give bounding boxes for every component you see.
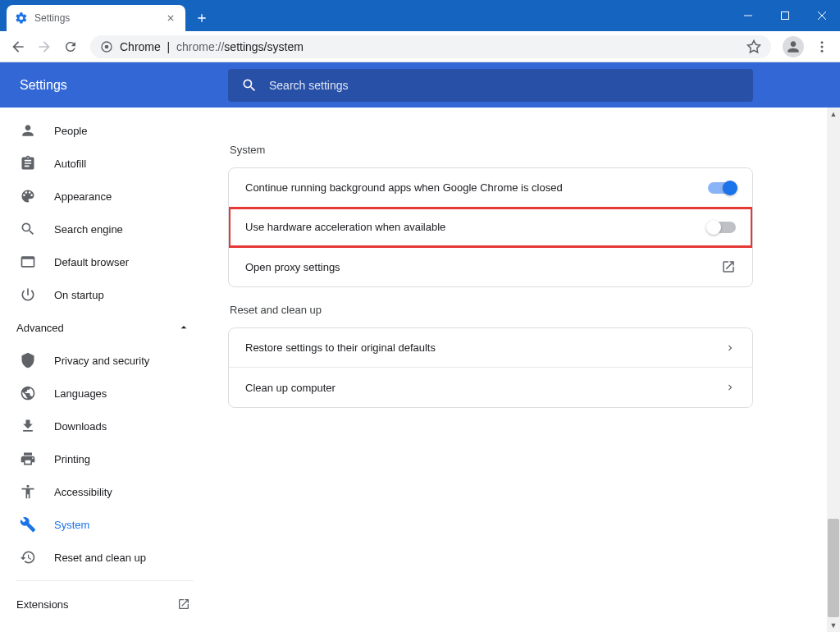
- chevron-up-icon: [177, 321, 190, 334]
- setting-label: Continue running background apps when Go…: [245, 181, 563, 194]
- sidebar-item-label: Appearance: [54, 190, 112, 203]
- accessibility-icon: [20, 483, 36, 500]
- download-icon: [20, 418, 36, 434]
- sidebar-item-people[interactable]: People: [0, 114, 210, 147]
- open-external-icon: [177, 598, 190, 611]
- settings-sidebar: People Autofill Appearance Search engine…: [0, 62, 210, 632]
- minimize-button[interactable]: [729, 0, 766, 31]
- window-titlebar: Settings: [0, 0, 840, 31]
- forward-button[interactable]: [33, 35, 56, 58]
- sidebar-item-accessibility[interactable]: Accessibility: [0, 475, 210, 508]
- sidebar-item-label: Reset and clean up: [54, 552, 146, 564]
- sidebar-item-label: People: [54, 125, 87, 137]
- chevron-right-icon: [724, 342, 736, 354]
- profile-avatar[interactable]: [783, 36, 804, 57]
- sidebar-item-search-engine[interactable]: Search engine: [0, 213, 210, 245]
- search-settings-input[interactable]: [269, 79, 740, 92]
- setting-label: Restore settings to their original defau…: [245, 341, 436, 354]
- section-title-system: System: [230, 144, 753, 156]
- sidebar-item-label: Privacy and security: [54, 355, 149, 367]
- sidebar-item-appearance[interactable]: Appearance: [0, 180, 210, 213]
- setting-label: Open proxy settings: [245, 261, 340, 273]
- reload-button[interactable]: [59, 35, 82, 58]
- reset-card: Restore settings to their original defau…: [228, 327, 753, 408]
- setting-row-hardware-acceleration[interactable]: Use hardware acceleration when available: [229, 208, 752, 247]
- back-button[interactable]: [7, 35, 30, 58]
- sidebar-item-reset[interactable]: Reset and clean up: [0, 541, 210, 574]
- sidebar-extensions-link[interactable]: Extensions: [0, 588, 210, 621]
- clipboard-icon: [20, 155, 36, 172]
- browser-toolbar: Chrome | chrome://settings/system: [0, 31, 840, 62]
- setting-row-proxy[interactable]: Open proxy settings: [229, 247, 752, 286]
- chrome-icon: [100, 40, 113, 53]
- sidebar-about-link[interactable]: About Chrome: [0, 621, 210, 632]
- setting-row-cleanup[interactable]: Clean up computer: [229, 368, 752, 407]
- settings-header: Settings: [0, 62, 840, 108]
- sidebar-item-label: Autofill: [54, 158, 86, 170]
- tab-title: Settings: [34, 12, 164, 24]
- sidebar-item-label: On startup: [54, 289, 104, 301]
- sidebar-item-label: Printing: [54, 453, 90, 465]
- window-controls: [729, 0, 840, 31]
- maximize-button[interactable]: [766, 0, 803, 31]
- settings-gear-icon: [15, 11, 28, 25]
- chevron-right-icon: [724, 382, 736, 393]
- scrollbar-thumb[interactable]: [828, 519, 839, 617]
- search-settings-box[interactable]: [228, 69, 753, 102]
- svg-point-8: [821, 49, 824, 52]
- shield-icon: [20, 352, 36, 369]
- sidebar-item-label: System: [54, 519, 89, 531]
- search-icon: [241, 77, 258, 94]
- scroll-up-button[interactable]: ▲: [827, 108, 840, 121]
- globe-icon: [20, 385, 36, 401]
- close-window-button[interactable]: [803, 0, 840, 31]
- sidebar-item-label: Accessibility: [54, 486, 112, 498]
- sidebar-item-downloads[interactable]: Downloads: [0, 410, 210, 442]
- system-card: Continue running background apps when Go…: [228, 167, 753, 287]
- settings-content: System Continue running background apps …: [210, 62, 840, 632]
- palette-icon: [20, 188, 36, 204]
- sidebar-item-printing[interactable]: Printing: [0, 442, 210, 475]
- omnibox-text: Chrome | chrome://settings/system: [120, 40, 304, 53]
- sidebar-item-default-browser[interactable]: Default browser: [0, 245, 210, 278]
- svg-point-7: [821, 45, 824, 48]
- browser-menu-button[interactable]: [810, 35, 833, 58]
- sidebar-item-system[interactable]: System: [0, 508, 210, 541]
- sidebar-item-on-startup[interactable]: On startup: [0, 278, 210, 311]
- toggle-hardware-acceleration[interactable]: [708, 222, 736, 233]
- setting-row-restore-defaults[interactable]: Restore settings to their original defau…: [229, 328, 752, 368]
- sidebar-item-languages[interactable]: Languages: [0, 377, 210, 410]
- section-title-reset: Reset and clean up: [230, 304, 753, 316]
- vertical-scrollbar[interactable]: ▲ ▼: [827, 108, 840, 632]
- toggle-background-apps[interactable]: [708, 182, 736, 194]
- address-bar[interactable]: Chrome | chrome://settings/system: [90, 35, 771, 58]
- sidebar-divider: [16, 580, 194, 581]
- svg-rect-1: [781, 12, 788, 20]
- person-icon: [20, 122, 36, 139]
- sidebar-advanced-toggle[interactable]: Advanced: [0, 311, 210, 344]
- new-tab-button[interactable]: [194, 10, 210, 26]
- sidebar-item-autofill[interactable]: Autofill: [0, 147, 210, 180]
- svg-point-6: [821, 41, 824, 44]
- sidebar-item-privacy[interactable]: Privacy and security: [0, 344, 210, 377]
- printer-icon: [20, 451, 36, 467]
- setting-row-background-apps[interactable]: Continue running background apps when Go…: [229, 168, 752, 208]
- power-icon: [20, 286, 36, 303]
- sidebar-item-label: Search engine: [54, 223, 123, 236]
- browser-tab[interactable]: Settings: [7, 5, 185, 31]
- open-external-icon: [721, 259, 736, 274]
- sidebar-item-label: Downloads: [54, 420, 107, 433]
- search-icon: [20, 221, 36, 237]
- scroll-down-button[interactable]: ▼: [827, 619, 840, 632]
- wrench-icon: [20, 516, 36, 533]
- setting-label: Clean up computer: [245, 382, 336, 394]
- sidebar-item-label: Default browser: [54, 256, 129, 268]
- svg-point-5: [105, 44, 109, 48]
- setting-label: Use hardware acceleration when available: [245, 221, 445, 233]
- sidebar-item-label: Languages: [54, 387, 107, 400]
- bookmark-star-icon[interactable]: [746, 39, 761, 54]
- browser-icon: [20, 254, 36, 270]
- page-title: Settings: [0, 78, 210, 93]
- close-tab-icon[interactable]: [164, 11, 177, 25]
- restore-icon: [20, 549, 36, 566]
